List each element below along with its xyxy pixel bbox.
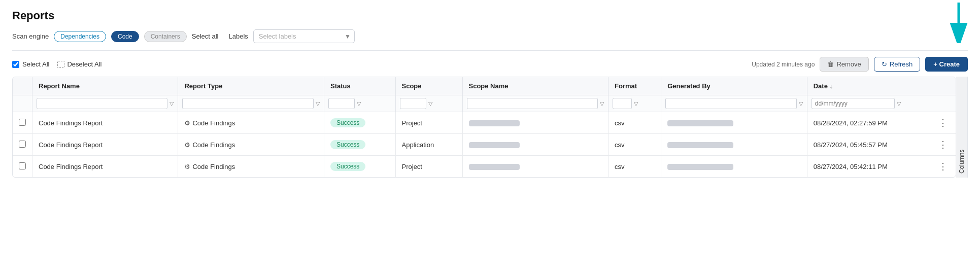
col-status: Status: [324, 77, 395, 95]
status-badge: Success: [330, 162, 365, 171]
row-1-format: csv: [608, 134, 661, 156]
filter-status-input[interactable]: [328, 98, 355, 109]
filter-icon-generated-by[interactable]: ▽: [799, 100, 803, 107]
filter-report-name-col: ▽: [32, 95, 178, 112]
row-0-status: Success: [324, 112, 395, 134]
row-2-report-type: ⚙Code Findings: [178, 156, 324, 178]
blurred-generated-by: [667, 120, 733, 126]
table-row: Code Findings Report⚙Code FindingsSucces…: [13, 134, 956, 156]
page-title: Reports: [12, 9, 968, 22]
filter-report-name-input[interactable]: [37, 98, 167, 109]
row-0-report-type: ⚙Code Findings: [178, 112, 324, 134]
blurred-generated-by: [667, 164, 733, 170]
columns-sidebar-button[interactable]: Columns: [956, 77, 968, 178]
row-1-status: Success: [324, 134, 395, 156]
blurred-generated-by: [667, 142, 733, 148]
filter-bar: Scan engine Dependencies Code Containers…: [12, 29, 968, 51]
row-0-generated-by: [661, 112, 807, 134]
toolbar: Select All Deselect All Updated 2 minute…: [12, 51, 968, 77]
filter-report-type-col: ▽: [178, 95, 324, 112]
filter-icon-format[interactable]: ▽: [634, 100, 638, 107]
btn-code[interactable]: Code: [111, 31, 139, 42]
col-format: Format: [608, 77, 661, 95]
row-1-generated-by: [661, 134, 807, 156]
filter-status-col: ▽: [324, 95, 395, 112]
row-1-date: 08/27/2024, 05:45:57 PM⋮: [807, 134, 956, 155]
table-filter-row: ▽ ▽ ▽: [13, 95, 956, 112]
col-scope: Scope: [395, 77, 462, 95]
filter-scope-col: ▽: [395, 95, 462, 112]
deselect-all-button[interactable]: Deselect All: [57, 60, 102, 68]
updated-timestamp: Updated 2 minutes ago: [752, 61, 815, 68]
row-2-format: csv: [608, 156, 661, 178]
filter-format-col: ▽: [608, 95, 661, 112]
status-badge: Success: [330, 118, 365, 127]
filter-icon-scope[interactable]: ▽: [428, 100, 432, 107]
dashed-checkbox-icon: [57, 61, 64, 68]
row-0-more-options-button[interactable]: ⋮: [936, 117, 950, 128]
row-0-date: 08/28/2024, 02:27:59 PM⋮: [807, 112, 956, 133]
row-2-scope-name: [462, 156, 608, 178]
row-2-checkbox-cell: [13, 156, 32, 178]
row-1-report-type: ⚙Code Findings: [178, 134, 324, 156]
remove-button[interactable]: 🗑 Remove: [820, 57, 868, 72]
row-2-report-name: Code Findings Report: [32, 156, 178, 178]
row-0-checkbox-cell: [13, 112, 32, 134]
btn-select-all-engines[interactable]: Select all: [192, 32, 219, 40]
blurred-scope-name: [469, 164, 520, 170]
row-1-checkbox[interactable]: [19, 141, 26, 148]
toolbar-right: Updated 2 minutes ago 🗑 Remove ↻ Refresh…: [752, 57, 968, 72]
col-date[interactable]: Date ↓: [807, 77, 956, 95]
col-report-type: Report Type: [178, 77, 324, 95]
filter-scope-name-input[interactable]: [467, 98, 598, 109]
reports-table-container: Report Name Report Type Status Scope Sco…: [12, 77, 956, 178]
filter-icon-scope-name[interactable]: ▽: [600, 100, 604, 107]
row-1-scope: Application: [395, 134, 462, 156]
refresh-icon: ↻: [882, 60, 887, 68]
reports-table: Report Name Report Type Status Scope Sco…: [13, 77, 956, 177]
trash-icon: 🗑: [827, 60, 834, 68]
filter-icon-status[interactable]: ▽: [357, 100, 361, 107]
filter-icon-report-name[interactable]: ▽: [170, 100, 174, 107]
btn-dependencies[interactable]: Dependencies: [54, 31, 106, 42]
gear-icon: ⚙: [184, 141, 190, 149]
labels-label: Labels: [228, 32, 248, 40]
row-2-date: 08/27/2024, 05:42:11 PM⋮: [807, 156, 956, 177]
gear-icon: ⚙: [184, 163, 190, 170]
row-2-more-options-button[interactable]: ⋮: [936, 161, 950, 172]
filter-generated-by-col: ▽: [661, 95, 807, 112]
select-all-label[interactable]: Select All: [12, 60, 49, 68]
labels-select[interactable]: Select labels: [253, 29, 355, 43]
filter-format-input[interactable]: [613, 98, 632, 109]
row-1-more-options-button[interactable]: ⋮: [936, 139, 950, 150]
filter-date-input[interactable]: [812, 98, 895, 109]
labels-select-wrapper: Select labels ▼: [253, 29, 355, 43]
select-all-checkbox[interactable]: [12, 61, 19, 68]
row-2-checkbox[interactable]: [19, 162, 26, 169]
scan-engine-label: Scan engine: [12, 32, 49, 40]
row-0-checkbox[interactable]: [19, 119, 26, 126]
row-0-report-name: Code Findings Report: [32, 112, 178, 134]
filter-scope-input[interactable]: [400, 98, 426, 109]
row-0-format: csv: [608, 112, 661, 134]
filter-date-col: ▽: [807, 95, 956, 112]
toolbar-left: Select All Deselect All: [12, 60, 102, 68]
row-1-report-name: Code Findings Report: [32, 134, 178, 156]
col-generated-by: Generated By: [661, 77, 807, 95]
btn-containers[interactable]: Containers: [144, 31, 187, 42]
filter-report-type-input[interactable]: [182, 98, 313, 109]
row-0-scope-name: [462, 112, 608, 134]
row-2-generated-by: [661, 156, 807, 178]
col-report-name: Report Name: [32, 77, 178, 95]
create-button[interactable]: + Create: [925, 57, 968, 72]
teal-arrow-indicator: [947, 3, 971, 45]
filter-icon-date[interactable]: ▽: [897, 100, 901, 107]
refresh-button[interactable]: ↻ Refresh: [874, 57, 921, 72]
row-1-checkbox-cell: [13, 134, 32, 156]
table-row: Code Findings Report⚙Code FindingsSucces…: [13, 156, 956, 178]
row-2-scope: Project: [395, 156, 462, 178]
row-1-scope-name: [462, 134, 608, 156]
row-2-status: Success: [324, 156, 395, 178]
filter-icon-report-type[interactable]: ▽: [316, 100, 320, 107]
filter-generated-by-input[interactable]: [665, 98, 796, 109]
